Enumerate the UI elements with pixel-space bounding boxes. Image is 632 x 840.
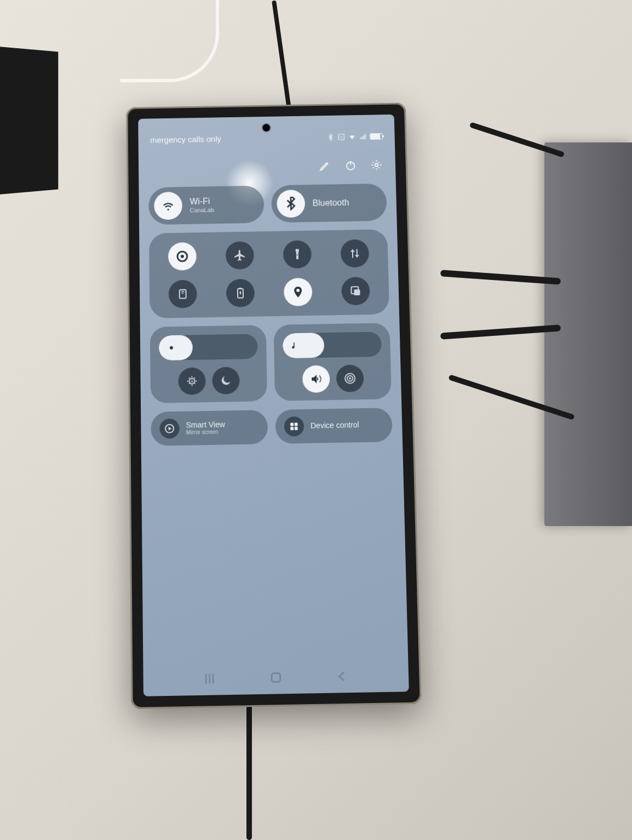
mobile-data-toggle[interactable] [341, 239, 370, 268]
back-icon [335, 669, 349, 684]
panel-actions [319, 159, 383, 174]
svg-point-5 [181, 255, 184, 258]
wifi-tile[interactable]: Wi-Fi CanaLab [148, 186, 264, 225]
navigation-bar [143, 668, 409, 687]
target-icon [343, 372, 356, 385]
power-button[interactable] [344, 159, 357, 174]
pencil-icon [319, 160, 331, 172]
speaker-icon [309, 373, 323, 386]
svg-text:A: A [191, 380, 193, 384]
nfc-status-icon: N [337, 133, 345, 141]
back-button[interactable] [335, 669, 349, 684]
svg-text:N: N [340, 135, 342, 139]
mobile-hotspot-toggle[interactable] [169, 280, 197, 308]
sound-settings-button[interactable] [336, 364, 364, 392]
status-bar: mergency calls only N [139, 132, 395, 145]
dark-mode-toggle[interactable] [212, 367, 240, 395]
edit-panel-button[interactable] [319, 160, 331, 174]
home-button[interactable] [268, 670, 283, 685]
background-object [0, 47, 58, 195]
device-control-button[interactable]: Device control [275, 408, 393, 444]
smart-view-sub: Mirror screen [186, 429, 226, 436]
wifi-label: Wi-Fi [189, 197, 214, 207]
background-cable [469, 122, 565, 157]
settings-button[interactable] [370, 159, 382, 173]
svg-rect-18 [290, 423, 294, 426]
bluetooth-tile[interactable]: Bluetooth [271, 184, 387, 223]
sound-icon [176, 250, 189, 263]
svg-point-11 [170, 346, 173, 350]
bluetooth-icon [284, 197, 298, 211]
front-camera [262, 124, 270, 132]
hotspot-icon [176, 288, 189, 301]
smart-view-label: Smart View [186, 420, 225, 430]
svg-rect-20 [290, 427, 294, 430]
power-saving-toggle[interactable] [226, 279, 255, 307]
wifi-icon [161, 199, 175, 213]
gear-icon [370, 159, 382, 171]
svg-rect-21 [295, 427, 298, 430]
brightness-slider[interactable] [159, 334, 258, 361]
note-icon [290, 341, 300, 351]
svg-rect-19 [295, 422, 298, 426]
background-laptop [544, 142, 632, 526]
quick-settings-panel: Wi-Fi CanaLab Bluetooth [148, 184, 393, 446]
cast-icon [164, 423, 175, 434]
background-cable [272, 0, 291, 109]
flashlight-toggle[interactable] [283, 240, 312, 268]
signal-status-icon [359, 133, 367, 140]
network-status-text: mergency calls only [150, 134, 221, 145]
status-icons: N [327, 133, 383, 141]
svg-rect-10 [354, 289, 360, 295]
location-icon [291, 285, 304, 299]
phone-screen: mergency calls only N [138, 115, 409, 696]
airplane-mode-toggle[interactable] [226, 241, 254, 270]
bluetooth-label: Bluetooth [313, 198, 349, 208]
flashlight-icon [291, 248, 304, 261]
device-control-label: Device control [311, 421, 359, 430]
volume-card [274, 323, 392, 401]
svg-point-3 [375, 163, 378, 166]
battery-leaf-icon [234, 287, 247, 300]
background-cable [440, 324, 561, 339]
recents-icon [203, 671, 217, 686]
svg-rect-22 [272, 673, 280, 682]
bluetooth-status-icon [327, 133, 335, 141]
wifi-status-icon [348, 133, 356, 140]
phone-frame: mergency calls only N [126, 102, 421, 709]
moon-icon [219, 374, 232, 387]
brightness-card: A [150, 325, 267, 403]
sound-mode-toggle[interactable] [168, 242, 197, 271]
svg-rect-8 [239, 288, 242, 289]
sound-output-button[interactable] [302, 365, 330, 393]
home-icon [268, 670, 283, 685]
auto-brightness-toggle[interactable]: A [178, 367, 206, 395]
location-toggle[interactable] [284, 278, 313, 306]
power-icon [344, 159, 357, 172]
background-cable [440, 270, 561, 284]
smart-view-button[interactable]: Smart View Mirror screen [151, 410, 268, 446]
windows-icon [349, 284, 362, 298]
sun-icon [166, 343, 176, 353]
battery-status-icon [370, 133, 383, 139]
screen-cast-toggle[interactable] [341, 277, 370, 305]
grid-icon [289, 421, 300, 432]
volume-slider[interactable] [283, 332, 382, 358]
data-transfer-icon [348, 247, 361, 260]
wifi-network-name: CanaLab [190, 207, 214, 214]
background-cable [120, 0, 219, 82]
svg-point-16 [349, 378, 351, 380]
airplane-icon [233, 249, 246, 262]
background-cable [246, 703, 252, 840]
recents-button[interactable] [203, 671, 217, 686]
toggles-card [149, 229, 389, 318]
auto-brightness-icon: A [185, 375, 198, 388]
